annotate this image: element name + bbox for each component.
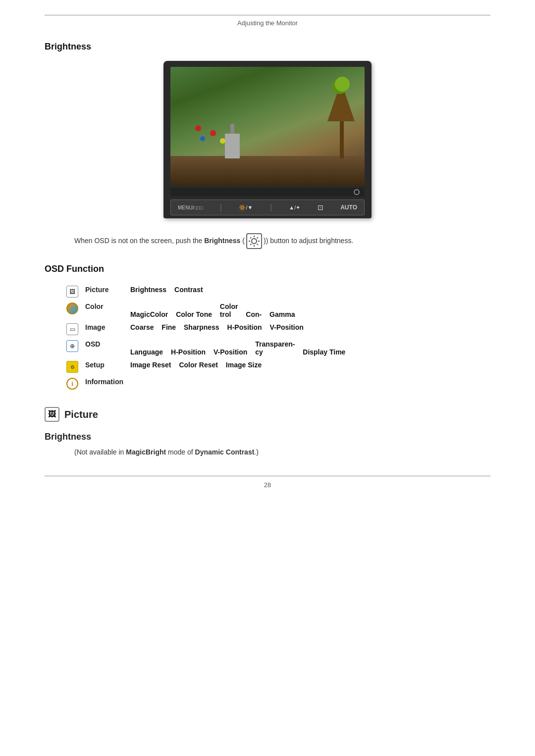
- osd-desc-after: ) button to adjust brightness.: [266, 237, 354, 245]
- menu-category-information: Information: [83, 375, 128, 392]
- table-row: ▭ Image Coarse Fine Sharpness H-Position…: [64, 321, 356, 338]
- svg-line-3: [250, 237, 251, 238]
- menu-item: Coarse: [130, 323, 154, 331]
- picture-section-heading: 🖼 Picture: [45, 407, 490, 422]
- menu-item: Sharpness: [184, 323, 219, 331]
- osd-icon-cell-setup: ⚙: [64, 358, 83, 375]
- monitor-outer: MENU/□□□ | 🔆/▼ | ▲/✦ ⊡ AUTO: [163, 61, 372, 218]
- menu-item: Fine: [161, 323, 176, 331]
- osd-function-title: OSD Function: [45, 264, 490, 274]
- menu-item: V-Position: [214, 348, 247, 356]
- setup-icon: ⚙: [66, 361, 78, 373]
- pagoda: [225, 124, 240, 158]
- menu-item: Color Tone: [176, 310, 212, 318]
- table-row: Color MagicColor Color Tone Colortrol Co…: [64, 300, 356, 321]
- note-before: (Not available in: [74, 448, 126, 456]
- osd-desc-before: When OSD is not on the screen, push the: [74, 237, 204, 245]
- monitor-bezel-bottom: [170, 188, 365, 197]
- osd-icon-cell-osd: ⊕: [64, 338, 83, 358]
- menu-items-color: MagicColor Color Tone Colortrol Con- Gam…: [128, 300, 356, 321]
- svg-line-4: [257, 244, 258, 245]
- pagoda-body: [225, 134, 240, 158]
- monitor-screen: [170, 67, 365, 186]
- menu-items-setup: Image Reset Color Reset Image Size: [128, 358, 356, 375]
- brightness-sub-title: Brightness: [45, 432, 490, 442]
- picture-section-label: Picture: [64, 409, 98, 420]
- pagoda-top: [230, 124, 234, 134]
- menu-item: Image Reset: [130, 361, 171, 369]
- osd-menu-label: MENU/□□□: [178, 205, 203, 210]
- decorative-ball-2: [200, 136, 205, 141]
- menu-items-image: Coarse Fine Sharpness H-Position V-Posit…: [128, 321, 356, 338]
- brightness-section-title: Brightness: [45, 42, 490, 52]
- bottom-rule: [45, 476, 490, 476]
- tree-branches: [327, 82, 355, 121]
- color-icon: [66, 302, 78, 314]
- osd-icon-cell-info: ℹ: [64, 375, 83, 392]
- table-row: ℹ Information: [64, 375, 356, 392]
- monitor-power-button: [354, 189, 360, 195]
- menu-items-picture: Brightness Contrast: [128, 283, 356, 300]
- page-header: Adjusting the Monitor: [45, 19, 490, 27]
- menu-item-color-reset: Color Reset: [179, 361, 218, 369]
- osd-divider-2: |: [270, 203, 272, 212]
- monitor-image-wrapper: MENU/□□□ | 🔆/▼ | ▲/✦ ⊡ AUTO: [45, 61, 490, 218]
- menu-item: Gamma: [269, 310, 295, 318]
- svg-point-0: [252, 239, 257, 244]
- top-rule: [45, 15, 490, 15]
- svg-line-7: [250, 244, 251, 245]
- osd-brightness-label: 🔆/▼: [239, 204, 253, 211]
- osd-desc-brightness-bold: Brightness: [204, 237, 240, 245]
- decorative-ball-3: [220, 138, 225, 144]
- table-row: 🖼 Picture Brightness Contrast: [64, 283, 356, 300]
- note-middle: mode of: [166, 448, 195, 456]
- image-icon: ▭: [66, 323, 78, 335]
- osd-icon-cell-picture: 🖼: [64, 283, 83, 300]
- menu-category-osd: OSD: [83, 338, 128, 358]
- picture-icon: 🖼: [66, 286, 78, 298]
- menu-items-information: [128, 375, 356, 392]
- table-row: ⚙ Setup Image Reset Color Reset Image Si…: [64, 358, 356, 375]
- menu-item: Language: [130, 348, 163, 356]
- menu-item: H-Position: [227, 323, 262, 331]
- osd-auto-label: AUTO: [340, 204, 357, 211]
- brightness-svg-icon: [248, 235, 260, 247]
- menu-items-osd: Language H-Position V-Position Transpare…: [128, 338, 356, 358]
- menu-category-setup: Setup: [83, 358, 128, 375]
- menu-item: Brightness: [130, 286, 166, 294]
- brightness-inline-icon: [246, 233, 262, 249]
- menu-item: Con-: [246, 310, 262, 318]
- menu-item: Colortrol: [220, 302, 238, 318]
- osd-description: When OSD is not on the screen, push the …: [74, 233, 490, 249]
- menu-item: Display Time: [303, 348, 345, 356]
- note-after: .): [254, 448, 259, 456]
- picture-icon-large: 🖼: [45, 407, 59, 422]
- osd-position-label: ▲/✦: [289, 204, 300, 211]
- note-magic-bright: MagicBright: [126, 448, 166, 456]
- menu-item: V-Position: [269, 323, 303, 331]
- brightness-note: (Not available in MagicBright mode of Dy…: [74, 448, 490, 456]
- menu-category-picture: Picture: [83, 283, 128, 300]
- osd-center-icon: ⊡: [318, 203, 323, 211]
- menu-category-image: Image: [83, 321, 128, 338]
- menu-item: Contrast: [174, 286, 203, 294]
- osd-divider-1: |: [220, 203, 222, 212]
- monitor-osd-bar: MENU/□□□ | 🔆/▼ | ▲/✦ ⊡ AUTO: [170, 200, 365, 215]
- menu-item: Image Size: [226, 361, 262, 369]
- osd-icon: ⊕: [66, 340, 78, 352]
- svg-line-8: [257, 237, 258, 238]
- menu-category-color: Color: [83, 300, 128, 321]
- note-dynamic: Dynamic Contrast: [195, 448, 255, 456]
- table-row: ⊕ OSD Language H-Position V-Position Tra…: [64, 338, 356, 358]
- osd-icon-cell-image: ▭: [64, 321, 83, 338]
- information-icon: ℹ: [66, 378, 78, 390]
- decorative-ball-4: [195, 125, 201, 131]
- menu-item: MagicColor: [130, 310, 168, 318]
- menu-item: H-Position: [171, 348, 206, 356]
- osd-function-table: 🖼 Picture Brightness Contrast Color Magi…: [64, 283, 356, 392]
- osd-icon-cell-color: [64, 300, 83, 321]
- menu-item: Transparen-cy: [255, 340, 295, 356]
- decorative-ball-1: [210, 130, 216, 136]
- page-number: 28: [45, 481, 490, 489]
